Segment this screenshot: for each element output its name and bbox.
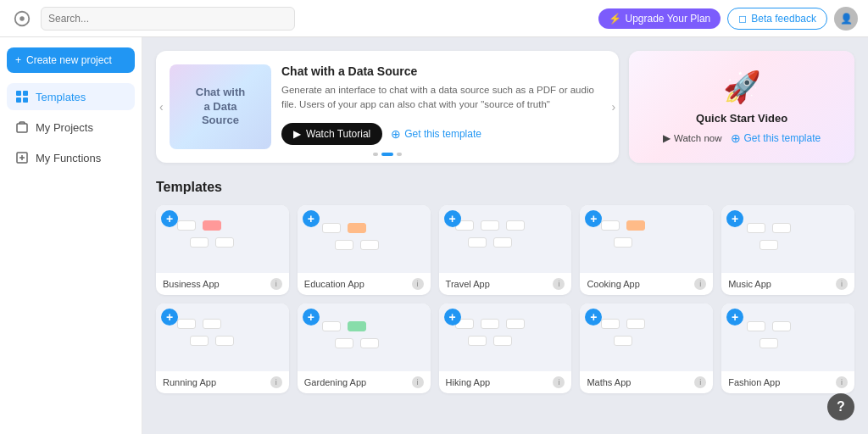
mini-node	[322, 321, 341, 331]
template-thumbnail: +	[156, 303, 289, 371]
mini-node	[481, 220, 499, 231]
template-label: Get this template	[744, 132, 821, 144]
card-description: Generate an interface to chat with a dat…	[281, 83, 605, 113]
svg-rect-5	[23, 97, 28, 103]
main-layout: + Create new project Templates My Projec…	[0, 37, 868, 434]
upgrade-button[interactable]: ⚡ Upgrade Your Plan	[598, 8, 721, 29]
template-footer: Cooking Appi	[580, 273, 713, 295]
carousel-left-arrow[interactable]: ‹	[159, 100, 164, 114]
template-info-button[interactable]: i	[694, 376, 706, 388]
circle-plus-icon: ⊕	[391, 127, 401, 141]
template-add-button[interactable]: +	[444, 309, 461, 326]
sidebar-item-label: Templates	[36, 91, 86, 103]
template-add-button[interactable]: +	[161, 309, 178, 326]
feedback-label: Beta feedback	[751, 13, 816, 25]
quickstart-bg	[629, 51, 854, 163]
quickstart-template-button[interactable]: ⊕ Get this template	[731, 131, 821, 145]
template-add-button[interactable]: +	[303, 210, 320, 227]
preview-text: Chat with a Data Source	[196, 86, 246, 129]
template-thumbnail: +	[580, 303, 713, 371]
play-icon: ▶	[293, 128, 301, 140]
svg-rect-4	[16, 97, 21, 103]
watch-tutorial-button[interactable]: ▶ Watch Tutorial	[281, 123, 382, 145]
template-footer: Maths Appi	[580, 371, 713, 393]
template-info-button[interactable]: i	[836, 376, 848, 388]
create-new-project-button[interactable]: + Create new project	[7, 47, 135, 73]
template-info-button[interactable]: i	[553, 376, 565, 388]
template-thumbnail: +	[156, 205, 289, 273]
template-card-travel[interactable]: +Travel Appi	[439, 205, 572, 295]
template-info-button[interactable]: i	[836, 278, 848, 290]
template-info-button[interactable]: i	[270, 278, 282, 290]
mini-diagram	[738, 314, 838, 361]
sidebar-item-my-projects[interactable]: My Projects	[7, 114, 135, 141]
quickstart-card: 🚀 Quick Start Video ▶ Watch now ⊕ Get th…	[629, 51, 854, 163]
template-name: Maths App	[587, 377, 631, 387]
template-info-button[interactable]: i	[412, 376, 424, 388]
template-card-education[interactable]: +Education Appi	[298, 205, 431, 295]
mini-node	[760, 338, 778, 348]
sidebar-item-my-functions[interactable]: My Functions	[7, 144, 135, 171]
template-name: Education App	[304, 279, 364, 289]
template-label: Get this template	[404, 128, 481, 140]
template-name: Fashion App	[728, 377, 780, 387]
upgrade-label: Upgrade Your Plan	[626, 13, 711, 25]
template-thumbnail: +	[580, 205, 713, 273]
card-content: Chat with a Data Source Generate an inte…	[281, 64, 605, 145]
chat-datasource-card: Chat with a Data Source Chat with a Data…	[156, 51, 619, 163]
mini-node	[322, 223, 341, 233]
template-card-fashion[interactable]: +Fashion Appi	[721, 303, 854, 393]
template-add-button[interactable]: +	[161, 210, 178, 227]
mini-node	[348, 321, 366, 331]
mini-node	[348, 223, 366, 233]
mini-node	[215, 237, 234, 248]
template-info-button[interactable]: i	[270, 376, 282, 388]
template-footer: Business Appi	[156, 273, 289, 295]
template-info-button[interactable]: i	[694, 278, 706, 290]
template-info-button[interactable]: i	[553, 278, 565, 290]
mini-diagram	[738, 216, 838, 263]
template-card-business[interactable]: +Business Appi	[156, 205, 289, 295]
mini-node	[468, 237, 487, 248]
template-name: Travel App	[446, 279, 490, 289]
mini-node	[626, 319, 645, 329]
mini-node	[747, 321, 765, 331]
template-card-cooking[interactable]: +Cooking Appi	[580, 205, 713, 295]
carousel-dots	[373, 153, 402, 156]
topbar-right: ⚡ Upgrade Your Plan ◻ Beta feedback 👤	[598, 7, 858, 31]
template-card-gardening[interactable]: +Gardening Appi	[298, 303, 431, 393]
template-card-running[interactable]: +Running Appi	[156, 303, 289, 393]
watch-now-button[interactable]: ▶ Watch now	[663, 132, 721, 144]
search-input[interactable]	[41, 7, 295, 31]
mini-node	[772, 223, 791, 233]
get-template-button[interactable]: ⊕ Get this template	[391, 127, 481, 141]
carousel-right-arrow[interactable]: ›	[612, 100, 616, 114]
functions-icon	[15, 151, 29, 164]
help-button[interactable]: ?	[827, 393, 854, 420]
avatar[interactable]: 👤	[834, 7, 858, 31]
template-card-maths[interactable]: +Maths Appi	[580, 303, 713, 393]
dot-active	[381, 153, 393, 156]
dot	[397, 153, 402, 156]
template-card-hiking[interactable]: +Hiking Appi	[439, 303, 572, 393]
mini-node	[335, 240, 353, 250]
feedback-button[interactable]: ◻ Beta feedback	[727, 8, 827, 30]
card-title: Chat with a Data Source	[281, 64, 605, 78]
template-thumbnail: +	[298, 303, 431, 371]
mini-node	[335, 338, 353, 348]
mini-diagram	[314, 216, 414, 263]
topbar: ⚡ Upgrade Your Plan ◻ Beta feedback 👤	[0, 0, 868, 37]
template-card-music[interactable]: +Music Appi	[721, 205, 854, 295]
mini-node	[360, 338, 379, 348]
mini-node	[626, 220, 645, 231]
template-add-button[interactable]: +	[444, 210, 461, 227]
template-add-button[interactable]: +	[303, 309, 320, 326]
mini-diagram	[173, 314, 273, 361]
template-name: Running App	[163, 377, 216, 387]
mini-node	[203, 220, 221, 231]
template-info-button[interactable]: i	[412, 278, 424, 290]
card-actions: ▶ Watch Tutorial ⊕ Get this template	[281, 123, 605, 145]
sidebar-item-templates[interactable]: Templates	[7, 83, 135, 110]
mini-node	[360, 240, 379, 250]
sidebar-item-label: My Functions	[36, 152, 101, 164]
